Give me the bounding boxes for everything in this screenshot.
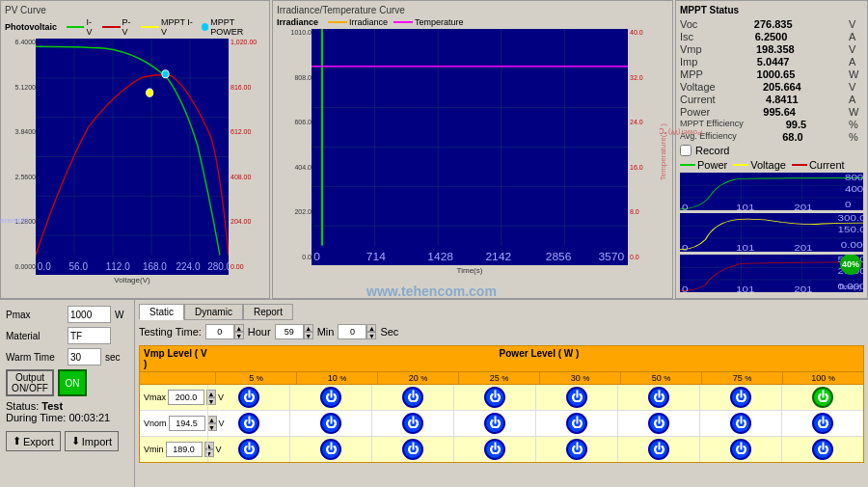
min-down[interactable]: ▼ [304,332,313,339]
hour-down[interactable]: ▼ [234,332,244,339]
hour-up[interactable]: ▲ [234,324,244,332]
power-table-header: Vmp Level ( V ) Power Level ( W ) [140,346,863,372]
vmax-power-btn-20[interactable]: ⏻ [402,387,423,408]
vnom-power-btn-100[interactable]: ⏻ [812,413,833,434]
irr-temp-axis-label: Temperature(℃) [657,29,668,275]
pv-y-axis-right-title: Power(W) [668,128,703,137]
svg-text:0: 0 [682,203,689,210]
tab-report[interactable]: Report [243,304,293,320]
col-30: 30 % [539,372,620,384]
vnom-power-btn-10[interactable]: ⏻ [320,413,341,434]
svg-text:150.000: 150.000 [838,226,863,234]
mini-chart-3: 0 101 201 5.000 2.500 0.000 40% Time(s) [680,255,863,292]
vnom-power-btn-50[interactable]: ⏻ [648,413,669,434]
import-label: Import [82,436,112,447]
svg-text:0: 0 [682,243,689,251]
min-input[interactable] [275,324,304,339]
irr-subtitle: Irradiance [277,17,318,27]
svg-text:101: 101 [736,284,755,292]
vmax-power-btn-10[interactable]: ⏻ [320,387,341,408]
temperature-line-icon [393,21,413,23]
sec-input[interactable] [338,324,366,339]
irr-y-axis-right: 0.0 8.0 16.0 24.0 32.0 40.0 [628,29,657,275]
record-checkbox[interactable] [680,145,692,156]
vnom-power-btn-20[interactable]: ⏻ [402,413,423,434]
import-icon: ⬇ [71,435,80,447]
legend-pv: P-V [102,17,135,37]
y-axis-right: 0.00 204.00 408.00 612.00 816.00 1,020.0… [229,39,265,284]
vmax-power-btn-100[interactable]: ⏻ [812,387,833,408]
pmax-unit: W [115,310,123,320]
material-input[interactable] [68,327,111,344]
vmax-power-btn-30[interactable]: ⏻ [566,387,587,408]
left-controls: Pmax W Material Warm Time sec Output ON/… [0,300,135,487]
mppt-efficiency-row: MPPT Efficiency 99.5 % [680,119,863,130]
legend-mppt-iv: MPPT I-V [141,17,195,37]
on-button[interactable]: ON [58,369,87,396]
output-onoff-button[interactable]: Output ON/OFF [6,369,54,396]
sec-down[interactable]: ▼ [366,332,376,339]
svg-text:1428: 1428 [427,250,453,262]
vmax-power-btn-75[interactable]: ⏻ [730,387,751,408]
power-mini-line-icon [680,164,695,166]
vnom-input[interactable] [169,416,205,431]
vmin-input[interactable] [166,442,203,457]
vnom-power-btn-25[interactable]: ⏻ [484,413,505,434]
mppt-power-row: Power 995.64 W [680,106,863,118]
export-import-area: ⬆ Export ⬇ Import [6,431,128,451]
mini-chart-2: 0 101 201 300.000 150.000 0.000 [680,213,863,251]
warm-time-input[interactable] [68,348,101,365]
hour-input[interactable] [205,324,234,339]
pv-x-axis-label: Voltage(V) [36,276,229,284]
vnom-power-btn-75[interactable]: ⏻ [730,413,751,434]
testing-time-row: Testing Time: ▲ ▼ Hour ▲ ▼ Min [139,324,864,339]
irradiance-chart: 0 714 1428 2142 2856 3570 [312,29,628,265]
col-10: 10 % [296,372,377,384]
mppt-avg-efficiency-row: Avg. Efficiency 68.0 % [680,131,863,143]
vmin-power-btn-25[interactable]: ⏻ [484,439,505,460]
vmin-power-btn-75[interactable]: ⏻ [730,439,751,460]
vnom-power-btn-30[interactable]: ⏻ [566,413,587,434]
vmax-btn-25: ⏻ [453,385,535,410]
svg-text:280.0: 280.0 [207,259,229,272]
vmax-power-btn-25[interactable]: ⏻ [484,387,505,408]
mppt-power-dot-icon [202,23,208,31]
irradiance-line-icon [328,21,347,23]
col-50: 50 % [620,372,701,384]
svg-text:0: 0 [313,250,320,262]
pmax-input[interactable] [68,306,111,323]
tab-dynamic[interactable]: Dynamic [184,304,243,320]
sec-input-wrap: ▲ ▼ [338,324,376,339]
svg-point-10 [147,89,153,96]
vmax-btn-20: ⏻ [371,385,453,410]
irradiance-panel: Irradiance/Temperature Curve Irradiance … [272,0,673,299]
tab-static[interactable]: Static [139,304,184,320]
svg-text:0.000: 0.000 [841,241,863,250]
export-button[interactable]: ⬆ Export [6,431,61,451]
during-time-row: During Time: 00:03:21 [6,412,128,423]
svg-text:3570: 3570 [598,250,624,262]
sec-up[interactable]: ▲ [366,324,376,332]
vmax-power-btn-50[interactable]: ⏻ [648,387,669,408]
vmin-power-btn-20[interactable]: ⏻ [402,439,423,460]
vmin-power-btn-30[interactable]: ⏻ [566,439,587,460]
vmax-power-btn-5[interactable]: ⏻ [238,387,259,408]
vnom-power-btn-5[interactable]: ⏻ [238,413,259,434]
min-up[interactable]: ▲ [304,324,313,332]
irradiance-legend: Irradiance Irradiance Temperature [277,17,668,27]
during-time-value: 00:03:21 [68,412,110,423]
svg-text:2142: 2142 [485,250,511,262]
vmax-btn-5: ⏻ [207,385,289,410]
vmax-input[interactable] [168,390,204,405]
irr-x-axis-label: Time(s) [312,266,628,275]
vmin-power-btn-5[interactable]: ⏻ [238,439,259,460]
mppt-mpp-row: MPP 1000.65 W [680,68,863,80]
import-button[interactable]: ⬇ Import [65,431,119,451]
col-25: 25 % [458,372,539,384]
pv-curve-title: PV Curve [5,5,265,15]
vmax-buttons: ⏻ ⏻ ⏻ ⏻ ⏻ ⏻ ⏻ ⏻ [207,385,863,410]
vmin-power-btn-50[interactable]: ⏻ [648,439,669,460]
sec-label: Sec [380,326,398,338]
vmin-power-btn-100[interactable]: ⏻ [812,439,833,460]
vmin-power-btn-10[interactable]: ⏻ [320,439,341,460]
